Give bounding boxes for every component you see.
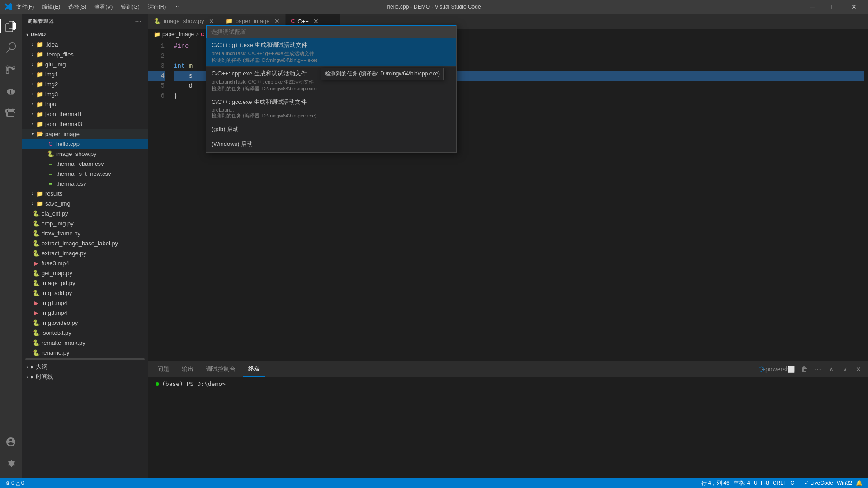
launch-profile-button[interactable]: ⬡ powershell xyxy=(771,363,783,375)
tree-item-json_thermal1[interactable]: › 📁 json_thermal1 xyxy=(22,109,148,119)
panel-content[interactable]: (base) PS D:\demo> xyxy=(148,377,868,478)
tree-item-img1[interactable]: › 📁 img1 xyxy=(22,69,148,79)
panel-close-button[interactable]: ✕ xyxy=(853,363,864,375)
debug-item-gpp[interactable]: C/C++: g++.exe 生成和调试活动文件 preLaunchTask: … xyxy=(206,38,456,67)
debug-config-dropdown[interactable]: C/C++: g++.exe 生成和调试活动文件 preLaunchTask: … xyxy=(206,25,457,153)
tree-item-draw_frame[interactable]: 🐍 draw_frame.py xyxy=(22,228,148,238)
maximize-button[interactable]: □ xyxy=(823,0,844,14)
tree-item-results[interactable]: › 📁 results xyxy=(22,188,148,198)
statusbar-language[interactable]: C++ xyxy=(788,480,802,486)
tree-item-imgtovideo[interactable]: 🐍 imgtovideo.py xyxy=(22,318,148,328)
tree-item-img_add[interactable]: 🐍 img_add.py xyxy=(22,288,148,298)
window-controls: ─ □ ✕ xyxy=(802,0,864,14)
tab-close-paper[interactable]: ✕ xyxy=(274,18,280,25)
debug-item-cpp-subtitle: preLaunchTask: C/C++: cpp.exe 生成活动文件 xyxy=(212,79,451,85)
file-icon-extract: 🐍 xyxy=(33,249,40,257)
file-icon-fuse3: ▶ xyxy=(33,259,40,267)
tree-item-img3_mp4[interactable]: ▶ img3.mp4 xyxy=(22,308,148,318)
tab-close-imgshow[interactable]: ✕ xyxy=(209,18,214,25)
breadcrumb-folder[interactable]: paper_image xyxy=(162,31,194,38)
tree-item-fuse3[interactable]: ▶ fuse3.mp4 xyxy=(22,258,148,268)
tree-item-image_show[interactable]: › 🐍 image_show.py xyxy=(22,149,148,159)
tree-label-draw: draw_frame.py xyxy=(42,230,80,237)
tree-section-timeline[interactable]: › ▸ 时间线 xyxy=(22,372,148,382)
breadcrumb-sep1: > xyxy=(196,31,199,38)
panel-tab-problems[interactable]: 问题 xyxy=(152,361,175,377)
tree-item-extract_image[interactable]: 🐍 extract_image.py xyxy=(22,248,148,258)
menu-file[interactable]: 文件(F) xyxy=(13,2,38,12)
tree-item-thermal_cbam[interactable]: › ≡ thermal_cbam.csv xyxy=(22,159,148,169)
activity-debug[interactable] xyxy=(0,80,22,102)
statusbar-eol[interactable]: CRLF xyxy=(771,480,788,486)
new-file-button[interactable]: ⋯ xyxy=(133,17,143,27)
panel-minimize-button[interactable]: ∨ xyxy=(839,363,851,375)
tree-item-save_img[interactable]: › 📁 save_img xyxy=(22,198,148,208)
tree-item-get_map[interactable]: 🐍 get_map.py xyxy=(22,268,148,278)
statusbar-livecode[interactable]: ✓ LiveCode xyxy=(802,480,835,486)
tree-item-img1_mp4[interactable]: ▶ img1.mp4 xyxy=(22,298,148,308)
debug-item-gdb[interactable]: (gdb) 启动 xyxy=(206,122,456,137)
tree-item-paper_image[interactable]: ▾ 📂 paper_image xyxy=(22,129,148,139)
tree-item-thermal_stn[interactable]: › ≡ thermal_s_t_new.csv xyxy=(22,169,148,178)
activity-account[interactable] xyxy=(0,431,22,453)
statusbar-spaces[interactable]: 空格: 4 xyxy=(731,479,752,487)
debug-item-windows[interactable]: (Windows) 启动 xyxy=(206,137,456,152)
menu-edit[interactable]: 编辑(E) xyxy=(38,2,64,12)
tree-item-remake_mark[interactable]: 🐍 remake_mark.py xyxy=(22,338,148,347)
debug-item-cpp[interactable]: C/C++: cpp.exe 生成和调试活动文件 preLaunchTask: … xyxy=(206,67,456,95)
vscode-logo xyxy=(4,2,13,11)
tree-item-rename[interactable]: 🐍 rename.py xyxy=(22,347,148,357)
tree-item-thermal_csv[interactable]: › ≡ thermal.csv xyxy=(22,178,148,188)
statusbar-position[interactable]: 行 4，列 46 xyxy=(699,479,731,487)
tree-item-img2[interactable]: › 📁 img2 xyxy=(22,79,148,89)
tree-item-json_thermal3[interactable]: › 📁 json_thermal3 xyxy=(22,119,148,129)
tree-item-input[interactable]: › 📁 input xyxy=(22,99,148,109)
split-terminal-button[interactable]: ⬜ xyxy=(785,363,797,375)
menu-select[interactable]: 选择(S) xyxy=(65,2,90,12)
tree-section-outline[interactable]: › ▸ 大纲 xyxy=(22,362,148,372)
tree-item-jsontotxt[interactable]: 🐍 jsontotxt.py xyxy=(22,328,148,338)
activity-extensions[interactable] xyxy=(0,102,22,124)
more-actions-button[interactable]: ⋯ xyxy=(812,363,824,375)
tree-item-img3[interactable]: › 📁 img3 xyxy=(22,89,148,99)
debug-search-input[interactable] xyxy=(206,25,456,38)
statusbar-right: 行 4，列 46 空格: 4 UTF-8 CRLF C++ ✓ LiveCode… xyxy=(699,479,864,487)
statusbar-encoding[interactable]: UTF-8 xyxy=(752,480,771,486)
menu-more[interactable]: ··· xyxy=(170,2,182,12)
tree-item-hello_cpp[interactable]: › C hello.cpp xyxy=(22,139,148,149)
tree-label-rename: rename.py xyxy=(42,349,69,356)
statusbar-notifications[interactable]: 🔔 xyxy=(854,480,864,486)
close-button[interactable]: ✕ xyxy=(844,0,864,14)
panel-tab-debug[interactable]: 调试控制台 xyxy=(201,361,241,377)
minimize-button[interactable]: ─ xyxy=(802,0,823,14)
tree-root-demo[interactable]: ▾ DEMO xyxy=(22,29,148,39)
statusbar-os[interactable]: Win32 xyxy=(835,480,854,486)
kill-terminal-button[interactable]: 🗑 xyxy=(798,363,810,375)
panel-maximize-button[interactable]: ∧ xyxy=(826,363,837,375)
panel-tab-output[interactable]: 输出 xyxy=(176,361,199,377)
tree-item-crop_img[interactable]: 🐍 crop_img.py xyxy=(22,218,148,228)
menu-goto[interactable]: 转到(G) xyxy=(117,2,143,12)
tree-item-extract_base[interactable]: 🐍 extract_image_base_label.py xyxy=(22,238,148,248)
tree-item-idea[interactable]: › 📁 .idea xyxy=(22,39,148,49)
tab-close-hello[interactable]: ✕ xyxy=(313,18,319,25)
activity-explorer[interactable] xyxy=(0,15,22,37)
sidebar-content[interactable]: ▾ DEMO › 📁 .idea › 📁 .temp_files › 📁 glu… xyxy=(22,29,148,478)
tree-item-temp_files[interactable]: › 📁 .temp_files xyxy=(22,49,148,59)
activity-search[interactable] xyxy=(0,37,22,59)
tree-item-glu_img[interactable]: › 📁 glu_img xyxy=(22,59,148,69)
activity-settings[interactable] xyxy=(0,453,22,474)
panel-tabs: 问题 输出 调试控制台 终端 + ⬡ powershell ⬜ 🗑 ⋯ ∧ ∨ … xyxy=(148,361,868,377)
folder-icon-results: 📁 xyxy=(36,190,43,197)
tree-label-crop: crop_img.py xyxy=(42,220,74,227)
statusbar-errors[interactable]: ⊗ 0 △ 0 xyxy=(4,478,26,488)
activity-git[interactable] xyxy=(0,59,22,80)
menu-view[interactable]: 查看(V) xyxy=(91,2,116,12)
debug-item-gcc[interactable]: C/C++: gcc.exe 生成和调试活动文件 preLaun... 检测到的… xyxy=(206,95,456,122)
panel-tab-terminal[interactable]: 终端 xyxy=(243,361,265,377)
titlebar-menu: 文件(F) 编辑(E) 选择(S) 查看(V) 转到(G) 运行(R) ··· xyxy=(13,2,182,12)
tree-item-image_pd[interactable]: 🐍 image_pd.py xyxy=(22,278,148,288)
tree-item-cla_cnt[interactable]: 🐍 cla_cnt.py xyxy=(22,208,148,218)
menu-run[interactable]: 运行(R) xyxy=(144,2,170,12)
folder-icon-img1: 📁 xyxy=(36,70,43,78)
